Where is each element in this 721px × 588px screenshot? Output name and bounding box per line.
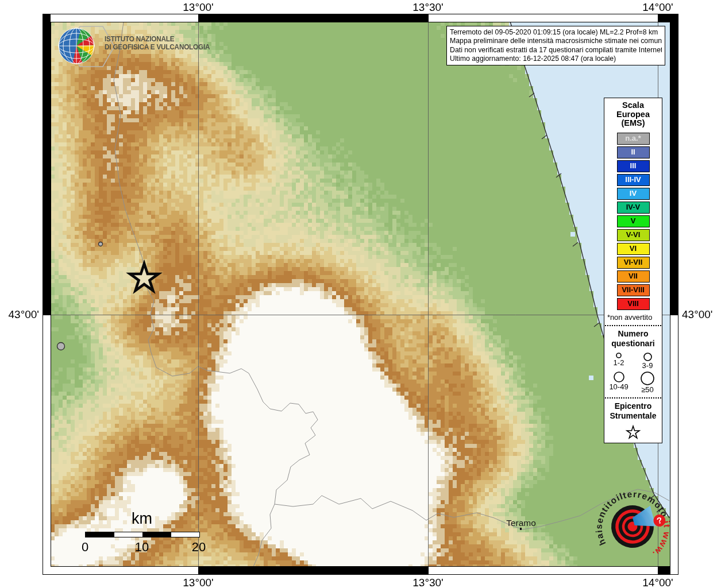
legend-size-label: 1-2: [604, 359, 633, 367]
legend-sub-line: Epicentro: [604, 401, 662, 411]
response-circle-icon: [615, 352, 622, 359]
axis-label-top: 13°00': [183, 1, 214, 14]
legend-sub-line: questionari: [604, 339, 662, 349]
city-marker: [520, 528, 522, 530]
legend-title-line: Scala: [604, 101, 662, 110]
legend-sub-line: Numero: [604, 329, 662, 339]
scalebar-segment: [114, 532, 143, 537]
axis-label-bottom: 13°00': [183, 577, 214, 588]
scalebar-tick-label: 10: [135, 540, 149, 555]
epicenter-star-icon: [625, 424, 641, 439]
haisentito-logo: haisentitoilterremoto.it www. ?: [589, 483, 676, 570]
legend-footnote: *non avvertito: [604, 313, 662, 322]
response-circle-icon: [613, 371, 625, 383]
legend-swatch-iii-iv: III-IV: [617, 174, 650, 186]
epicenter-star-marker: [125, 259, 163, 296]
event-info-box: Terremoto del 09-05-2020 01:09:15 (ora l…: [446, 26, 665, 65]
legend-size-label: 10-49: [604, 383, 633, 391]
ingv-name-line1: ISTITUTO NAZIONALE: [105, 36, 174, 44]
legend-sub-line: Strumentale: [604, 411, 662, 421]
legend-swatch-vi-vii: VI-VII: [617, 257, 650, 269]
legend-epicenter-title: Epicentro Strumentale: [604, 401, 662, 421]
response-circle-icon: [643, 352, 653, 362]
legend-intensity-swatches: n.a.*IIIIIIII-IVIVIV-VVV-VIVIVI-VIIVIIVI…: [604, 133, 662, 310]
legend-swatch-viii: VIII: [617, 298, 650, 310]
axis-label-top: 13°30': [412, 1, 444, 14]
legend-size-item: ≥50: [633, 370, 662, 394]
scalebar-unit: km: [132, 510, 152, 528]
legend-size-label: 3-9: [633, 362, 662, 370]
legend-swatch-vi: VI: [617, 243, 650, 255]
scalebar-segment: [86, 532, 114, 537]
legend-box: Scala Europea (EMS) n.a.*IIIIIIII-IVIVIV…: [604, 98, 662, 443]
legend-swatch-iv-v: IV-V: [617, 202, 650, 214]
event-info-line: Dati non verificati estratti da 17 quest…: [450, 46, 662, 55]
axis-label-top: 14°00': [642, 1, 673, 14]
scalebar: [85, 532, 200, 537]
legend-size-item: 3-9: [633, 351, 662, 370]
legend-title: Scala Europea (EMS): [604, 101, 662, 128]
legend-size-item: 1-2: [604, 351, 633, 370]
legend-swatch-iii: III: [617, 160, 650, 172]
event-info-line: Ultimo aggiornamento: 16-12-2025 08:47 (…: [450, 55, 662, 63]
legend-size-key: 1-23-910-49≥50: [604, 351, 662, 394]
axis-label-left: 43°00': [9, 308, 40, 321]
axis-label-bottom: 13°30': [412, 577, 444, 588]
legend-swatch-n.a.*: n.a.*: [617, 133, 650, 145]
city-label-teramo: Teramo: [506, 518, 536, 528]
macroseismic-map-figure: 13°00'13°30'14°00'13°00'13°30'14°00' 43°…: [0, 0, 721, 588]
legend-separator: [605, 397, 661, 399]
legend-swatch-vii: VII: [617, 270, 650, 283]
event-info-line: Terremoto del 09-05-2020 01:09:15 (ora l…: [450, 28, 662, 37]
legend-title-line: (EMS): [604, 119, 662, 128]
event-info-line: Mappa preliminare delle intensità macros…: [450, 37, 662, 45]
legend-size-item: 10-49: [604, 370, 633, 394]
legend-swatch-ii: II: [617, 146, 650, 158]
legend-swatch-v: V: [617, 215, 650, 227]
scalebar-tick-label: 20: [192, 540, 206, 555]
legend-questionnaires-title: Numero questionari: [604, 329, 662, 349]
legend-size-label: ≥50: [633, 386, 662, 394]
axis-label-right: 43°00': [682, 308, 713, 321]
scalebar-tick-label: 0: [82, 540, 88, 555]
legend-swatch-vii-viii: VII-VIII: [617, 284, 650, 296]
ingv-name-line2: DI GEOFISICA E VULCANOLOGIA: [105, 44, 210, 52]
scalebar-segment: [142, 532, 171, 537]
legend-separator: [605, 325, 661, 326]
scalebar-segment: [171, 532, 200, 537]
legend-title-line: Europea: [604, 110, 662, 119]
legend-swatch-v-vi: V-VI: [617, 229, 650, 241]
axis-label-bottom: 14°00': [642, 577, 673, 588]
legend-swatch-iv: IV: [617, 188, 650, 200]
response-circle-icon: [640, 371, 655, 386]
